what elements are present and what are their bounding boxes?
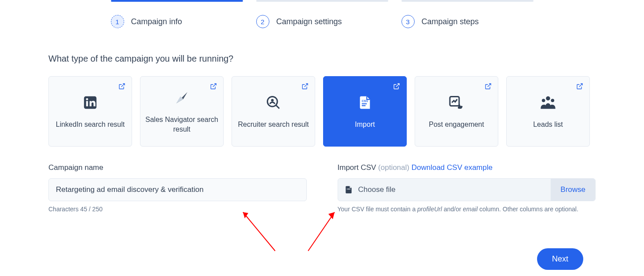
csv-file-icon: CSV <box>344 185 353 194</box>
helper-em: email <box>463 206 478 213</box>
external-link-icon <box>302 83 309 90</box>
step-campaign-settings[interactable]: 2 Campaign settings <box>256 0 388 28</box>
external-link-icon <box>576 83 583 90</box>
step-progress-bar <box>401 0 534 2</box>
download-csv-example-link[interactable]: Download CSV example <box>412 163 493 172</box>
campaign-type-cards: LinkedIn search result Sales Navigator s… <box>48 76 596 147</box>
step-progress-bar <box>256 0 388 2</box>
step-number: 1 <box>111 15 124 28</box>
step-progress-bar <box>111 0 243 2</box>
svg-text:CSV: CSV <box>362 99 368 103</box>
svg-rect-1 <box>86 101 88 106</box>
compass-icon <box>173 88 191 107</box>
external-link-icon <box>485 83 492 90</box>
card-label: Leads list <box>533 120 563 129</box>
svg-point-14 <box>551 99 554 102</box>
people-group-icon <box>539 93 557 112</box>
svg-marker-19 <box>328 212 335 219</box>
helper-text: Your CSV file must contain a <box>338 206 418 213</box>
choose-file-area[interactable]: CSV Choose file <box>338 179 551 201</box>
svg-line-18 <box>308 212 335 251</box>
step-label: Campaign settings <box>276 17 342 26</box>
helper-text: and/or <box>442 206 463 213</box>
card-label: Import <box>355 120 375 129</box>
step-number: 3 <box>401 15 415 28</box>
step-label: Campaign steps <box>422 17 479 26</box>
campaign-name-group: Campaign name Characters 45 / 250 <box>48 163 307 213</box>
campaign-name-input[interactable] <box>48 178 307 201</box>
import-csv-label: Import CSV (optional) Download CSV examp… <box>338 163 596 172</box>
chart-thumb-icon <box>447 93 466 112</box>
section-heading: What type of the campaign you will be ru… <box>48 54 596 64</box>
person-search-icon <box>264 93 283 112</box>
choose-file-placeholder: Choose file <box>358 185 396 194</box>
optional-hint: (optional) <box>378 163 409 172</box>
svg-point-12 <box>546 96 550 101</box>
card-import[interactable]: CSV Import <box>323 76 407 147</box>
csv-helper-text: Your CSV file must contain a profileUrl … <box>338 206 596 213</box>
file-input-row: CSV Choose file Browse <box>338 178 596 201</box>
svg-line-16 <box>243 212 275 251</box>
browse-button[interactable]: Browse <box>551 179 595 201</box>
svg-point-7 <box>271 99 274 102</box>
external-link-icon <box>118 83 125 90</box>
svg-marker-4 <box>176 96 183 103</box>
step-number: 2 <box>256 15 269 28</box>
svg-point-2 <box>86 98 88 100</box>
stepper: 1 Campaign info 2 Campaign settings 3 Ca… <box>111 0 534 28</box>
next-button[interactable]: Next <box>537 248 583 270</box>
card-label: LinkedIn search result <box>56 120 125 129</box>
card-label: Sales Navigator search result <box>145 115 219 135</box>
step-campaign-steps[interactable]: 3 Campaign steps <box>401 0 534 28</box>
card-sales-navigator[interactable]: Sales Navigator search result <box>140 76 224 147</box>
import-csv-group: Import CSV (optional) Download CSV examp… <box>338 163 596 213</box>
svg-marker-17 <box>243 212 248 218</box>
card-recruiter-search[interactable]: Recruiter search result <box>232 76 315 147</box>
import-csv-label-text: Import CSV <box>338 163 376 172</box>
svg-line-6 <box>276 105 280 109</box>
helper-text: column. Other columns are optional. <box>478 206 578 213</box>
annotation-arrow-icon <box>304 207 348 255</box>
svg-point-13 <box>542 99 545 102</box>
helper-em: profileUrl <box>417 206 442 213</box>
card-label: Post engagement <box>429 120 484 129</box>
annotation-arrow-icon <box>238 207 282 255</box>
step-label: Campaign info <box>131 17 182 26</box>
csv-file-icon: CSV <box>356 93 374 112</box>
external-link-icon <box>210 83 217 90</box>
card-post-engagement[interactable]: Post engagement <box>415 76 498 147</box>
svg-text:CSV: CSV <box>346 188 350 190</box>
character-counter: Characters 45 / 250 <box>48 206 307 213</box>
step-campaign-info[interactable]: 1 Campaign info <box>111 0 243 28</box>
linkedin-icon <box>81 93 99 112</box>
card-label: Recruiter search result <box>238 120 309 129</box>
external-link-icon <box>393 83 400 90</box>
campaign-name-label: Campaign name <box>48 163 307 172</box>
card-leads-list[interactable]: Leads list <box>506 76 590 147</box>
card-linkedin-search[interactable]: LinkedIn search result <box>48 76 132 147</box>
